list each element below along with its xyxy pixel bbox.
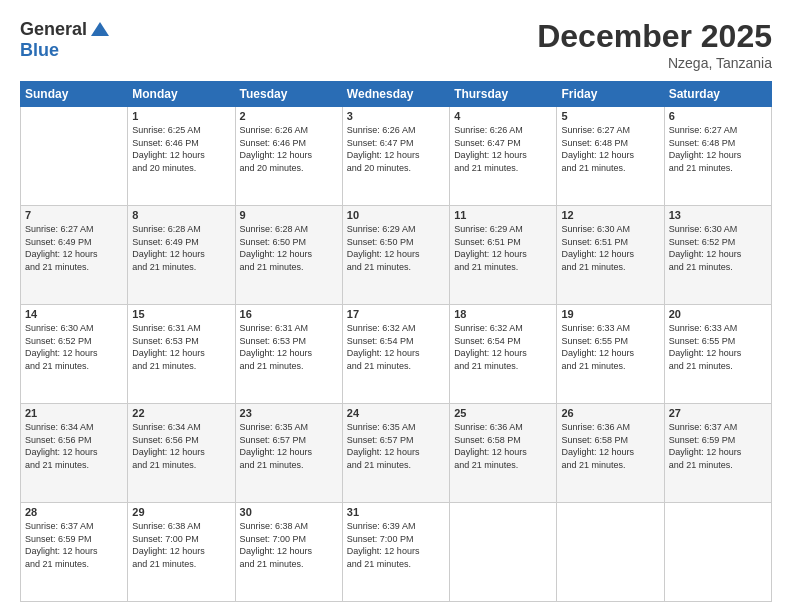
cell-info: Daylight: 12 hours xyxy=(669,446,767,459)
cell-info: Daylight: 12 hours xyxy=(240,545,338,558)
cell-info: and 21 minutes. xyxy=(669,459,767,472)
table-row: 30Sunrise: 6:38 AMSunset: 7:00 PMDayligh… xyxy=(235,503,342,602)
table-row: 17Sunrise: 6:32 AMSunset: 6:54 PMDayligh… xyxy=(342,305,449,404)
cell-info: and 21 minutes. xyxy=(454,360,552,373)
day-number: 5 xyxy=(561,110,659,122)
col-saturday: Saturday xyxy=(664,82,771,107)
cell-info: Sunrise: 6:36 AM xyxy=(454,421,552,434)
day-number: 20 xyxy=(669,308,767,320)
cell-info: Sunset: 6:58 PM xyxy=(561,434,659,447)
cell-info: and 21 minutes. xyxy=(240,261,338,274)
calendar-week-3: 14Sunrise: 6:30 AMSunset: 6:52 PMDayligh… xyxy=(21,305,772,404)
cell-info: Sunset: 6:47 PM xyxy=(347,137,445,150)
table-row: 1Sunrise: 6:25 AMSunset: 6:46 PMDaylight… xyxy=(128,107,235,206)
cell-info: and 21 minutes. xyxy=(561,162,659,175)
cell-info: Sunset: 6:54 PM xyxy=(454,335,552,348)
day-number: 7 xyxy=(25,209,123,221)
cell-info: Daylight: 12 hours xyxy=(454,248,552,261)
day-number: 1 xyxy=(132,110,230,122)
day-number: 28 xyxy=(25,506,123,518)
cell-info: and 21 minutes. xyxy=(132,360,230,373)
day-number: 16 xyxy=(240,308,338,320)
calendar-week-1: 1Sunrise: 6:25 AMSunset: 6:46 PMDaylight… xyxy=(21,107,772,206)
cell-info: Sunrise: 6:39 AM xyxy=(347,520,445,533)
location-subtitle: Nzega, Tanzania xyxy=(537,55,772,71)
table-row: 26Sunrise: 6:36 AMSunset: 6:58 PMDayligh… xyxy=(557,404,664,503)
cell-info: Daylight: 12 hours xyxy=(240,248,338,261)
cell-info: Daylight: 12 hours xyxy=(454,446,552,459)
cell-info: Sunset: 6:46 PM xyxy=(132,137,230,150)
cell-info: and 21 minutes. xyxy=(240,360,338,373)
table-row: 19Sunrise: 6:33 AMSunset: 6:55 PMDayligh… xyxy=(557,305,664,404)
cell-info: Daylight: 12 hours xyxy=(669,347,767,360)
day-number: 22 xyxy=(132,407,230,419)
cell-info: Sunset: 6:50 PM xyxy=(240,236,338,249)
cell-info: Sunrise: 6:31 AM xyxy=(240,322,338,335)
cell-info: Sunset: 6:56 PM xyxy=(132,434,230,447)
cell-info: Daylight: 12 hours xyxy=(25,347,123,360)
col-thursday: Thursday xyxy=(450,82,557,107)
cell-info: and 21 minutes. xyxy=(669,261,767,274)
day-number: 25 xyxy=(454,407,552,419)
table-row: 18Sunrise: 6:32 AMSunset: 6:54 PMDayligh… xyxy=(450,305,557,404)
table-row: 27Sunrise: 6:37 AMSunset: 6:59 PMDayligh… xyxy=(664,404,771,503)
cell-info: Sunrise: 6:32 AM xyxy=(347,322,445,335)
header: General Blue December 2025 Nzega, Tanzan… xyxy=(20,18,772,71)
cell-info: and 21 minutes. xyxy=(347,459,445,472)
cell-info: Sunrise: 6:35 AM xyxy=(347,421,445,434)
day-number: 10 xyxy=(347,209,445,221)
table-row: 11Sunrise: 6:29 AMSunset: 6:51 PMDayligh… xyxy=(450,206,557,305)
cell-info: and 20 minutes. xyxy=(132,162,230,175)
cell-info: Sunrise: 6:25 AM xyxy=(132,124,230,137)
title-area: December 2025 Nzega, Tanzania xyxy=(537,18,772,71)
cell-info: Sunrise: 6:30 AM xyxy=(561,223,659,236)
table-row: 12Sunrise: 6:30 AMSunset: 6:51 PMDayligh… xyxy=(557,206,664,305)
cell-info: Sunrise: 6:27 AM xyxy=(669,124,767,137)
day-number: 11 xyxy=(454,209,552,221)
table-row: 23Sunrise: 6:35 AMSunset: 6:57 PMDayligh… xyxy=(235,404,342,503)
cell-info: and 21 minutes. xyxy=(132,558,230,571)
table-row: 4Sunrise: 6:26 AMSunset: 6:47 PMDaylight… xyxy=(450,107,557,206)
cell-info: Sunrise: 6:33 AM xyxy=(561,322,659,335)
logo: General Blue xyxy=(20,18,111,61)
table-row: 13Sunrise: 6:30 AMSunset: 6:52 PMDayligh… xyxy=(664,206,771,305)
table-row: 25Sunrise: 6:36 AMSunset: 6:58 PMDayligh… xyxy=(450,404,557,503)
table-row: 2Sunrise: 6:26 AMSunset: 6:46 PMDaylight… xyxy=(235,107,342,206)
cell-info: Sunrise: 6:38 AM xyxy=(240,520,338,533)
cell-info: Sunrise: 6:32 AM xyxy=(454,322,552,335)
day-number: 24 xyxy=(347,407,445,419)
cell-info: and 21 minutes. xyxy=(561,360,659,373)
table-row: 31Sunrise: 6:39 AMSunset: 7:00 PMDayligh… xyxy=(342,503,449,602)
col-wednesday: Wednesday xyxy=(342,82,449,107)
month-title: December 2025 xyxy=(537,18,772,55)
cell-info: Sunset: 6:59 PM xyxy=(669,434,767,447)
day-number: 31 xyxy=(347,506,445,518)
cell-info: and 21 minutes. xyxy=(561,261,659,274)
day-number: 27 xyxy=(669,407,767,419)
day-number: 14 xyxy=(25,308,123,320)
cell-info: Sunset: 6:48 PM xyxy=(561,137,659,150)
table-row: 14Sunrise: 6:30 AMSunset: 6:52 PMDayligh… xyxy=(21,305,128,404)
cell-info: Daylight: 12 hours xyxy=(347,248,445,261)
cell-info: Daylight: 12 hours xyxy=(561,149,659,162)
cell-info: Sunset: 6:52 PM xyxy=(25,335,123,348)
table-row: 9Sunrise: 6:28 AMSunset: 6:50 PMDaylight… xyxy=(235,206,342,305)
cell-info: Sunset: 6:49 PM xyxy=(132,236,230,249)
cell-info: and 21 minutes. xyxy=(240,558,338,571)
day-number: 21 xyxy=(25,407,123,419)
day-number: 23 xyxy=(240,407,338,419)
table-row: 3Sunrise: 6:26 AMSunset: 6:47 PMDaylight… xyxy=(342,107,449,206)
day-number: 3 xyxy=(347,110,445,122)
cell-info: Sunrise: 6:34 AM xyxy=(25,421,123,434)
cell-info: Daylight: 12 hours xyxy=(25,545,123,558)
cell-info: Daylight: 12 hours xyxy=(132,149,230,162)
cell-info: Daylight: 12 hours xyxy=(347,347,445,360)
cell-info: Daylight: 12 hours xyxy=(132,545,230,558)
calendar-week-4: 21Sunrise: 6:34 AMSunset: 6:56 PMDayligh… xyxy=(21,404,772,503)
table-row xyxy=(557,503,664,602)
cell-info: Daylight: 12 hours xyxy=(347,149,445,162)
cell-info: Daylight: 12 hours xyxy=(132,446,230,459)
day-number: 30 xyxy=(240,506,338,518)
col-tuesday: Tuesday xyxy=(235,82,342,107)
table-row xyxy=(450,503,557,602)
